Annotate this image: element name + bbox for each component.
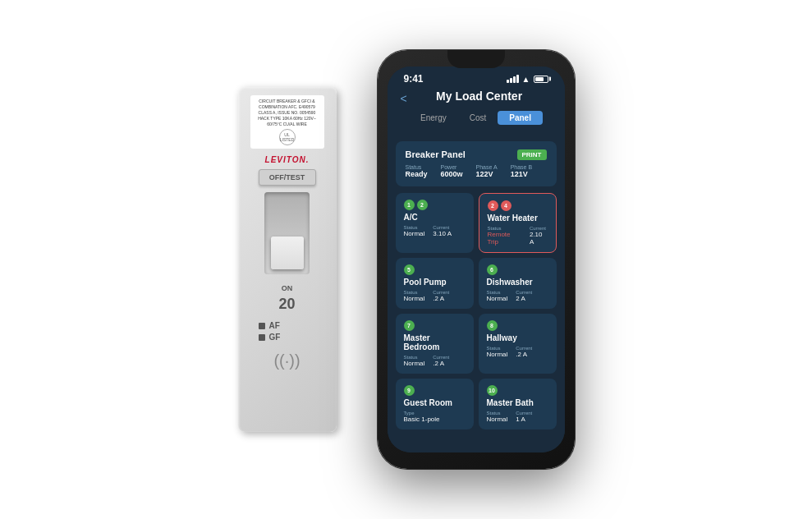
app-content: Breaker Panel PRINT Status Ready Power 6… bbox=[388, 136, 565, 452]
bar4 bbox=[516, 75, 519, 83]
circuit-card-4[interactable]: 7Master BedroomStatusNormalCurrent.2 A bbox=[396, 314, 474, 374]
bar1 bbox=[507, 80, 509, 83]
circuit-card-0[interactable]: 12A/CStatusNormalCurrent3.10 A bbox=[396, 193, 474, 253]
circuit-card-3[interactable]: 6DishwasherStatusNormalCurrent2 A bbox=[479, 258, 557, 309]
circuit-stats-5: StatusNormalCurrent.2 A bbox=[487, 346, 548, 358]
tab-energy[interactable]: Energy bbox=[409, 111, 458, 125]
circuit-stat-status-7: StatusNormal bbox=[487, 411, 508, 423]
breaker-number: 20 bbox=[278, 296, 295, 313]
circuit-card-7[interactable]: 10Master BathStatusNormalCurrent1 A bbox=[479, 379, 557, 429]
circuit-name-3: Dishwasher bbox=[487, 278, 548, 287]
bar3 bbox=[513, 76, 516, 83]
breaker-panel-card: Breaker Panel PRINT Status Ready Power 6… bbox=[396, 141, 557, 186]
circuit-numbers-6: 9 bbox=[404, 385, 466, 396]
circuit-stat-status-4: StatusNormal bbox=[404, 355, 425, 367]
af-indicator: AF bbox=[259, 321, 280, 330]
circuit-stat-type-6: TypeBasic 1-pole bbox=[404, 411, 440, 423]
circuit-stats-4: StatusNormalCurrent.2 A bbox=[404, 355, 466, 367]
battery-fill bbox=[535, 77, 544, 81]
circuit-stat-value-2: Normal bbox=[404, 295, 425, 302]
bar2 bbox=[510, 78, 512, 83]
wifi-symbol: ((·)) bbox=[273, 351, 300, 370]
circuit-stat-value-0: Normal bbox=[404, 230, 425, 237]
circuit-card-5[interactable]: 8HallwayStatusNormalCurrent.2 A bbox=[479, 314, 557, 374]
circuit-numbers-1: 24 bbox=[488, 200, 548, 211]
phone-wrapper: 9:41 ▲ bbox=[378, 50, 575, 469]
circuit-num-8: 8 bbox=[487, 320, 498, 331]
circuit-stat-value-1: 2.10 A bbox=[530, 231, 548, 246]
stat-phase-b: Phase B 121V bbox=[511, 164, 532, 178]
circuit-stat-value-3: Normal bbox=[487, 295, 508, 302]
stat-status-label: Status bbox=[406, 164, 428, 170]
status-icons: ▲ bbox=[507, 75, 548, 84]
circuit-stat-value-4: .2 A bbox=[433, 360, 449, 367]
circuit-name-7: Master Bath bbox=[487, 398, 548, 407]
circuit-stat-current-0: Current3.10 A bbox=[433, 225, 452, 237]
circuit-stat-status-0: StatusNormal bbox=[404, 225, 425, 237]
circuit-stat-value-5: Normal bbox=[487, 351, 508, 358]
circuit-stats-1: StatusRemote TripCurrent2.10 A bbox=[488, 226, 548, 246]
circuit-stats-6: TypeBasic 1-pole bbox=[404, 411, 466, 423]
phone-notch bbox=[447, 50, 505, 68]
phone-outer: 9:41 ▲ bbox=[378, 50, 575, 469]
breaker-label-area: CIRCUIT BREAKER & GFCI &COMBINATION AFC.… bbox=[250, 95, 324, 149]
breaker-device: CIRCUIT BREAKER & GFCI &COMBINATION AFC.… bbox=[238, 87, 337, 432]
circuit-stats-7: StatusNormalCurrent1 A bbox=[487, 411, 548, 423]
circuit-stat-current-5: Current.2 A bbox=[516, 346, 532, 358]
toggle-area bbox=[264, 192, 310, 274]
circuit-name-6: Guest Room bbox=[404, 398, 466, 407]
circuit-numbers-5: 8 bbox=[487, 320, 548, 331]
circuit-stat-current-1: Current2.10 A bbox=[530, 226, 548, 246]
circuit-stat-status-1: StatusRemote Trip bbox=[488, 226, 521, 246]
signal-bars-icon bbox=[507, 75, 519, 83]
circuit-numbers-2: 5 bbox=[404, 264, 466, 275]
scene: CIRCUIT BREAKER & GFCI &COMBINATION AFC.… bbox=[37, 50, 776, 469]
app-header: < My Load Center Energy Cost Panel bbox=[388, 88, 565, 136]
tab-panel[interactable]: Panel bbox=[498, 111, 543, 125]
circuit-stat-value-6: Basic 1-pole bbox=[404, 416, 440, 423]
circuit-name-2: Pool Pump bbox=[404, 278, 466, 287]
gf-label: GF bbox=[269, 333, 281, 342]
circuit-card-1[interactable]: 24Water HeaterStatusRemote TripCurrent2.… bbox=[479, 193, 557, 253]
circuit-num-2: 2 bbox=[488, 200, 498, 211]
circuit-numbers-4: 7 bbox=[404, 320, 466, 331]
circuit-num-9: 9 bbox=[404, 385, 415, 396]
circuit-name-0: A/C bbox=[404, 213, 466, 222]
breaker-label-text: CIRCUIT BREAKER & GFCI &COMBINATION AFC.… bbox=[253, 99, 322, 127]
circuit-num-2: 2 bbox=[417, 200, 428, 210]
circuit-stat-value-7: Normal bbox=[487, 416, 508, 423]
stat-power-label: Power bbox=[441, 164, 463, 170]
circuit-num-6: 6 bbox=[487, 264, 498, 275]
circuit-stat-value-1: Remote Trip bbox=[488, 231, 521, 246]
circuit-stat-current-4: Current.2 A bbox=[433, 355, 449, 367]
circuit-num-5: 5 bbox=[404, 264, 415, 275]
toggle-switch[interactable] bbox=[271, 237, 304, 269]
circuit-grid: 12A/CStatusNormalCurrent3.10 A24Water He… bbox=[396, 193, 557, 429]
circuit-name-5: Hallway bbox=[487, 333, 548, 342]
tabs-container: Energy Cost Panel bbox=[401, 111, 552, 125]
circuit-stat-value-3: 2 A bbox=[516, 295, 532, 302]
stat-power: Power 6000w bbox=[441, 164, 463, 178]
stat-status: Status Ready bbox=[406, 164, 428, 178]
on-label: ON bbox=[282, 284, 293, 292]
circuit-stat-status-3: StatusNormal bbox=[487, 290, 508, 302]
stat-phase-a-value: 122V bbox=[476, 170, 498, 178]
circuit-stats-0: StatusNormalCurrent3.10 A bbox=[404, 225, 466, 237]
back-arrow[interactable]: < bbox=[401, 90, 407, 107]
panel-stats: Status Ready Power 6000w Phase A 122V bbox=[406, 164, 547, 178]
af-gf-area: AF GF bbox=[259, 321, 316, 342]
circuit-stat-status-5: StatusNormal bbox=[487, 346, 508, 358]
print-badge[interactable]: PRINT bbox=[517, 149, 547, 160]
circuit-stat-current-3: Current2 A bbox=[516, 290, 532, 302]
circuit-stats-3: StatusNormalCurrent2 A bbox=[487, 290, 548, 302]
stat-status-value: Ready bbox=[406, 170, 428, 178]
tab-cost[interactable]: Cost bbox=[458, 111, 498, 125]
stat-phase-a-label: Phase A bbox=[476, 164, 498, 170]
circuit-card-6[interactable]: 9Guest RoomTypeBasic 1-pole bbox=[396, 379, 474, 429]
circuit-stat-value-5: .2 A bbox=[516, 351, 532, 358]
circuit-stat-value-2: .2 A bbox=[433, 295, 449, 302]
circuit-card-2[interactable]: 5Pool PumpStatusNormalCurrent.2 A bbox=[396, 258, 474, 309]
off-test-button[interactable]: OFF/TEST bbox=[259, 169, 316, 186]
circuit-stat-current-2: Current.2 A bbox=[433, 290, 449, 302]
status-time: 9:41 bbox=[404, 73, 424, 85]
